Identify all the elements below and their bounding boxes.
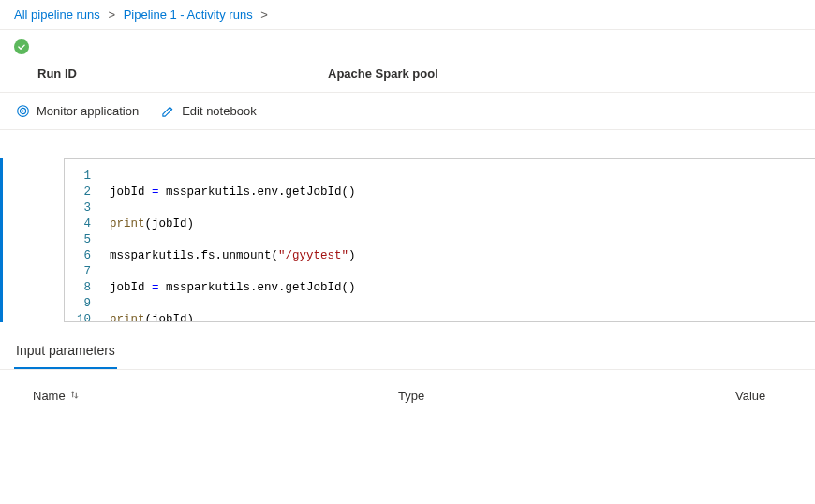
- monitor-application-button[interactable]: Monitor application: [14, 100, 141, 122]
- edit-icon: [161, 104, 175, 118]
- monitor-application-label: Monitor application: [37, 104, 139, 118]
- breadcrumb-all-runs[interactable]: All pipeline runs: [14, 7, 100, 22]
- params-table-header: Name Type Value: [0, 370, 815, 414]
- edit-notebook-button[interactable]: Edit notebook: [159, 100, 259, 122]
- column-header-type[interactable]: Type: [398, 389, 735, 403]
- breadcrumb-sep: >: [260, 7, 268, 22]
- status-row: [0, 30, 815, 59]
- column-header-value[interactable]: Value: [735, 389, 765, 403]
- line-number: 7: [65, 264, 102, 280]
- code-editor[interactable]: 1 2 3 4 5 6 7 8 9 10 jobId = mssparkutil…: [64, 158, 815, 322]
- spark-pool-label: Apache Spark pool: [328, 67, 438, 81]
- line-number: 5: [65, 232, 102, 248]
- edit-notebook-label: Edit notebook: [182, 104, 257, 118]
- breadcrumb: All pipeline runs > Pipeline 1 - Activit…: [0, 0, 815, 30]
- line-number: 10: [65, 312, 102, 322]
- run-info-row: Run ID Apache Spark pool: [0, 59, 815, 92]
- monitor-icon: [16, 104, 30, 118]
- sort-icon: [69, 389, 80, 403]
- line-number: 4: [65, 216, 102, 232]
- breadcrumb-pipeline-activity[interactable]: Pipeline 1 - Activity runs: [124, 7, 253, 22]
- column-header-name[interactable]: Name: [33, 389, 398, 403]
- line-number: 3: [65, 200, 102, 216]
- line-number: 9: [65, 296, 102, 312]
- tab-input-parameters[interactable]: Input parameters: [14, 334, 117, 369]
- code-content[interactable]: jobId = mssparkutils.env.getJobId() prin…: [102, 159, 815, 321]
- breadcrumb-sep: >: [108, 7, 115, 22]
- line-number: 8: [65, 280, 102, 296]
- line-number: 6: [65, 248, 102, 264]
- line-gutter: 1 2 3 4 5 6 7 8 9 10: [65, 159, 102, 321]
- line-number: 2: [65, 185, 102, 200]
- toolbar: Monitor application Edit notebook: [0, 92, 815, 130]
- success-icon: [14, 39, 29, 54]
- column-name-label: Name: [33, 389, 66, 403]
- code-cell: 1 2 3 4 5 6 7 8 9 10 jobId = mssparkutil…: [0, 158, 815, 322]
- tabs: Input parameters: [0, 334, 815, 370]
- run-id-label: Run ID: [37, 67, 328, 81]
- line-number: 1: [65, 169, 102, 185]
- svg-point-2: [22, 111, 24, 112]
